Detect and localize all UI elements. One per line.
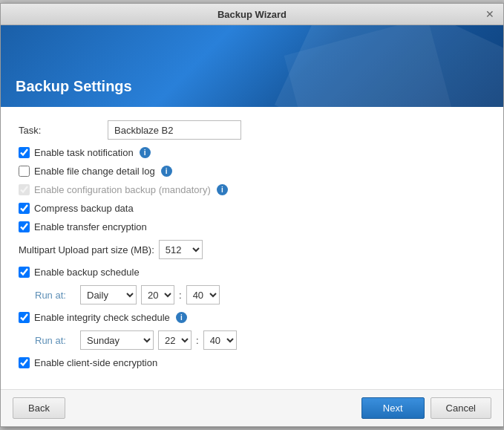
footer: Back Next Cancel	[1, 389, 503, 426]
footer-right: Next Cancel	[361, 397, 491, 419]
transfer-encryption-label: Enable transfer encryption	[34, 221, 147, 232]
file-change-log-row: Enable file change detail log i	[19, 166, 485, 177]
task-input[interactable]	[108, 120, 241, 140]
backup-minute-select[interactable]: 00 10 20 30 40 50	[186, 285, 220, 304]
client-encryption-label: Enable client-side encryption	[34, 357, 157, 368]
next-button[interactable]: Next	[361, 397, 425, 419]
close-button[interactable]: ✕	[484, 8, 496, 20]
integrity-schedule-info-icon[interactable]: i	[176, 312, 187, 323]
integrity-schedule-row: Enable integrity check schedule i	[19, 312, 485, 323]
multipart-row: Multipart Upload part size (MB): 128 256…	[19, 240, 485, 259]
integrity-time-colon: :	[196, 335, 199, 346]
client-encryption-checkbox[interactable]	[19, 357, 30, 368]
task-notification-label: Enable task notification	[34, 147, 134, 158]
task-notification-checkbox[interactable]	[19, 147, 30, 158]
client-encryption-row: Enable client-side encryption	[19, 357, 485, 368]
config-backup-checkbox	[19, 184, 30, 195]
page-title: Backup Settings	[16, 78, 132, 95]
header-banner: Backup Settings	[1, 25, 503, 107]
backup-time-colon: :	[179, 290, 182, 301]
integrity-hour-select[interactable]: 20 21 22 23	[158, 330, 192, 350]
cancel-button[interactable]: Cancel	[431, 397, 491, 419]
backup-frequency-select[interactable]: Daily Weekly Monthly	[80, 285, 137, 304]
back-button[interactable]: Back	[13, 397, 65, 419]
backup-wizard-window: Backup Wizard ✕ Backup Settings Task: En…	[0, 3, 504, 427]
task-notification-info-icon[interactable]: i	[140, 147, 151, 158]
task-row: Task:	[19, 120, 485, 140]
file-change-log-checkbox[interactable]	[19, 166, 30, 177]
backup-hour-select[interactable]: 18 19 20 21 22	[141, 285, 174, 304]
multipart-select[interactable]: 128 256 512 1024	[159, 240, 203, 259]
transfer-encryption-row: Enable transfer encryption	[19, 221, 485, 232]
titlebar: Backup Wizard ✕	[1, 4, 503, 25]
task-label: Task:	[19, 125, 108, 136]
multipart-label: Multipart Upload part size (MB):	[19, 244, 154, 255]
task-notification-row: Enable task notification i	[19, 147, 485, 158]
config-backup-info-icon[interactable]: i	[217, 184, 228, 195]
compress-data-row: Compress backup data	[19, 203, 485, 214]
integrity-schedule-label: Enable integrity check schedule	[34, 312, 170, 323]
window-title: Backup Wizard	[20, 9, 484, 20]
integrity-day-select[interactable]: Sunday Monday Tuesday Wednesday Thursday…	[80, 330, 154, 350]
transfer-encryption-checkbox[interactable]	[19, 221, 30, 232]
file-change-log-label: Enable file change detail log	[34, 166, 155, 177]
config-backup-label: Enable configuration backup (mandatory)	[34, 184, 211, 195]
integrity-schedule-run-at-row: Run at: Sunday Monday Tuesday Wednesday …	[19, 330, 485, 350]
integrity-minute-select[interactable]: 00 10 20 30 40 50	[203, 330, 237, 350]
backup-run-at-label: Run at:	[35, 290, 76, 301]
config-backup-row: Enable configuration backup (mandatory) …	[19, 184, 485, 195]
integrity-run-at-label: Run at:	[35, 335, 76, 346]
backup-schedule-run-at-row: Run at: Daily Weekly Monthly 18 19 20 21…	[19, 285, 485, 304]
content-area: Task: Enable task notification i Enable …	[1, 107, 503, 389]
file-change-log-info-icon[interactable]: i	[161, 166, 172, 177]
backup-schedule-row: Enable backup schedule	[19, 267, 485, 278]
backup-schedule-checkbox[interactable]	[19, 267, 30, 278]
backup-schedule-label: Enable backup schedule	[34, 267, 140, 278]
compress-data-label: Compress backup data	[34, 203, 134, 214]
compress-data-checkbox[interactable]	[19, 203, 30, 214]
integrity-schedule-checkbox[interactable]	[19, 312, 30, 323]
